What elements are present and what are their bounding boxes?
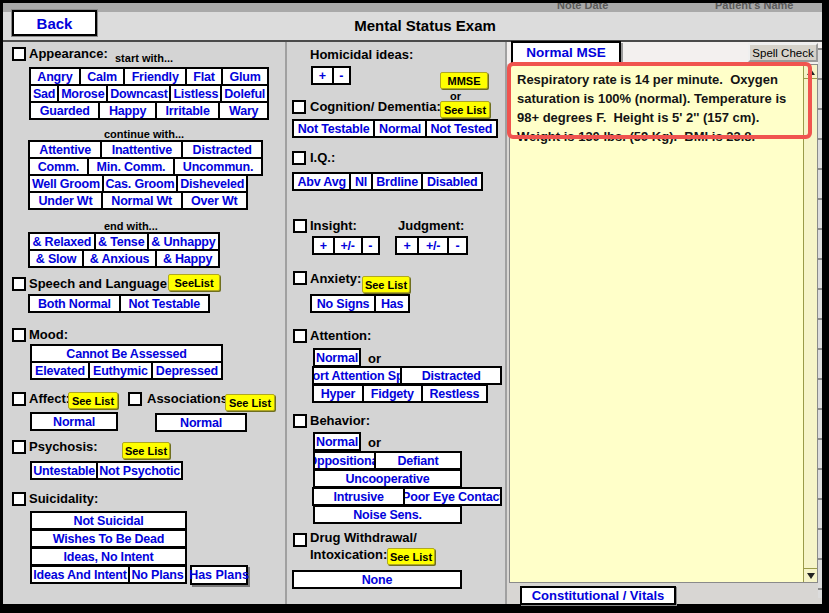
opt-brdline[interactable]: Brdline [371,172,424,191]
opt-over-wt[interactable]: Over Wt [181,191,248,210]
opt-both-normal[interactable]: Both Normal [28,294,121,313]
opt-has[interactable]: Has [374,294,410,313]
scroll-up-button[interactable] [804,65,817,79]
page-title: Mental Status Exam [250,17,600,34]
anxiety-label: Anxiety: [310,271,361,286]
mmse-button[interactable]: MMSE [440,72,488,89]
psychosis-checkbox[interactable] [12,440,26,454]
opt-fidgety[interactable]: Fidgety [362,384,423,403]
anxiety-see-list-button[interactable]: See List [362,276,410,293]
opt-restless[interactable]: Restless [421,384,488,403]
insight-minus-button[interactable]: - [361,236,381,255]
associations-label: Associations: [147,391,232,406]
homicidal-minus-button[interactable]: - [332,66,351,85]
insight-plus-button[interactable]: + [312,236,335,255]
opt-cog-not-testable[interactable]: Not Testable [292,119,375,138]
drug-see-list-button[interactable]: See List [387,548,435,565]
mood-checkbox[interactable] [12,328,26,342]
scroll-down-button[interactable] [804,568,817,582]
psychosis-see-list-button[interactable]: See List [122,442,170,459]
judgment-plus-button[interactable]: + [395,236,419,255]
opt-and-anxious[interactable]: & Anxious [82,249,157,268]
opt-noise-sens[interactable]: Noise Sens. [313,505,462,524]
opt-short-attention-span[interactable]: Short Attention Span [312,366,402,385]
appearance-checkbox[interactable] [12,47,26,61]
speech-see-list-button[interactable]: SeeList [168,274,220,291]
judgment-minus-button[interactable]: - [447,236,468,255]
constitutional-vitals-button[interactable]: Constitutional / Vitals [520,586,676,605]
opt-happy[interactable]: Happy [98,101,157,120]
opt-intrusive[interactable]: Intrusive [312,487,405,506]
opt-not-testable-speech[interactable]: Not Testable [119,294,210,313]
window-edge-ticks [818,48,822,598]
opt-hyper[interactable]: Hyper [312,384,364,403]
opt-not-psychotic[interactable]: Not Psychotic [96,461,183,480]
affect-see-list-button[interactable]: See List [68,392,118,409]
opt-and-slow[interactable]: & Slow [28,249,84,268]
has-plans-button[interactable]: Has Plans [190,565,248,585]
opt-untestable[interactable]: Untestable [30,461,98,480]
opt-poor-eye-contact[interactable]: Poor Eye Contact [403,487,502,506]
opt-affect-normal[interactable]: Normal [30,412,118,431]
opt-associations-normal[interactable]: Normal [155,413,247,432]
opt-wary[interactable]: Wary [218,101,269,120]
behavior-checkbox[interactable] [293,414,307,428]
opt-attention-normal[interactable]: Normal [313,348,361,367]
spell-check-button[interactable]: Spell Check [748,43,818,62]
mental-status-exam-window: Note Date Patient's Name Back Mental Sta… [0,0,829,613]
opt-and-happy[interactable]: & Happy [155,249,220,268]
opt-disabled[interactable]: Disabled [421,172,483,191]
back-button[interactable]: Back [12,10,97,36]
drug-checkbox[interactable] [293,533,307,547]
insight-plusminus-button[interactable]: +/- [333,236,363,255]
opt-abv-avg[interactable]: Abv Avg [292,172,351,191]
opt-nl[interactable]: Nl [349,172,372,191]
mse-note-textarea[interactable]: Respiratory rate is 14 per minute. Oxyge… [509,64,818,583]
divider-left-middle [285,42,287,604]
opt-depressed[interactable]: Depressed [151,361,223,380]
opt-irritable[interactable]: Irritable [155,101,220,120]
associations-see-list-button[interactable]: See List [225,394,275,411]
opt-cog-normal[interactable]: Normal [373,119,426,138]
anxiety-checkbox[interactable] [293,271,307,285]
affect-label: Affect: [29,391,70,406]
opt-not-suicidal[interactable]: Not Suicidal [30,511,187,530]
opt-attn-distracted[interactable]: Distracted [400,366,502,385]
opt-cog-not-tested[interactable]: Not Tested [425,119,498,138]
window-border-left [0,0,3,613]
associations-checkbox[interactable] [128,392,142,406]
opt-ideas-no-intent[interactable]: Ideas, No Intent [30,547,187,566]
opt-elevated[interactable]: Elevated [30,361,90,380]
judgment-plusminus-button[interactable]: +/- [417,236,449,255]
patient-name-clipped-label: Patient's Name [715,3,793,11]
opt-behavior-normal[interactable]: Normal [313,432,361,451]
insight-label: Insight: [310,218,357,233]
opt-uncooperative[interactable]: Uncooperative [313,469,462,488]
suicidality-checkbox[interactable] [12,492,26,506]
top-clipped-strip: Note Date Patient's Name [3,3,822,12]
homicidal-plus-button[interactable]: + [311,66,334,85]
opt-defiant[interactable]: Defiant [374,451,462,470]
opt-under-wt[interactable]: Under Wt [28,191,103,210]
speech-checkbox[interactable] [12,277,26,291]
iq-checkbox[interactable] [292,151,306,165]
opt-wishes-to-be-dead[interactable]: Wishes To Be Dead [30,529,187,548]
start-with-hint: start with... [115,52,173,64]
opt-oppositional[interactable]: Oppositional [313,451,376,470]
insight-checkbox[interactable] [293,219,307,233]
behavior-or-label: or [368,435,381,450]
note-scrollbar[interactable] [803,65,817,582]
cognition-see-list-button[interactable]: See List [440,101,490,118]
opt-no-signs[interactable]: No Signs [310,294,376,313]
opt-none[interactable]: None [292,570,462,589]
homicidal-label: Homicidal ideas: [310,47,413,62]
opt-no-plans[interactable]: No Plans [128,565,187,584]
affect-checkbox[interactable] [12,392,26,406]
attention-checkbox[interactable] [293,329,307,343]
opt-normal-wt[interactable]: Normal Wt [101,191,183,210]
cognition-checkbox[interactable] [292,100,306,114]
normal-mse-button[interactable]: Normal MSE [511,41,621,64]
opt-euthymic[interactable]: Euthymic [88,361,153,380]
opt-ideas-and-intent[interactable]: Ideas And Intent [30,565,130,584]
opt-guarded[interactable]: Guarded [29,101,100,120]
